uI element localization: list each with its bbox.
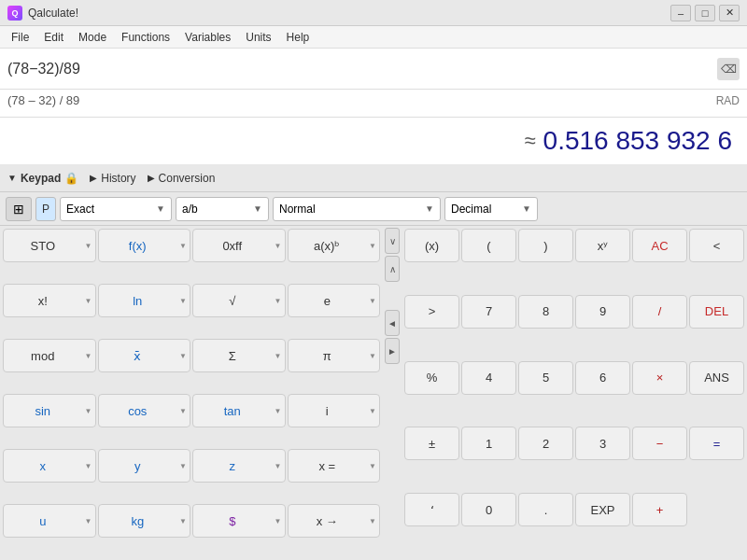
close-button[interactable]: ✕: [719, 5, 740, 21]
expression-text: (78 – 32) / 89: [7, 93, 79, 107]
conversion-tab-label: Conversion: [159, 172, 216, 185]
left-btn-10[interactable]: Σ▼: [192, 339, 286, 372]
right-btn-7[interactable]: 7: [461, 295, 516, 329]
menu-bar: FileEditModeFunctionsVariablesUnitsHelp: [0, 26, 747, 49]
right-btn-20[interactable]: 2: [518, 427, 573, 460]
tab-history[interactable]: ▶ History: [90, 172, 135, 185]
right-btn-19[interactable]: 1: [461, 427, 516, 460]
left-btn-8[interactable]: mod▼: [3, 339, 96, 372]
left-btn-15[interactable]: i▼: [288, 394, 381, 427]
menu-item-variables[interactable]: Variables: [177, 29, 238, 46]
menu-item-mode[interactable]: Mode: [71, 29, 114, 46]
decimal-label: Decimal: [451, 203, 491, 216]
left-btn-6[interactable]: √▼: [192, 284, 286, 317]
right-btn-22[interactable]: −: [632, 427, 687, 460]
expression-display: (78 – 32) / 89 RAD: [7, 93, 740, 107]
left-btn-20[interactable]: u▼: [3, 504, 96, 538]
right-btn-4[interactable]: AC: [632, 229, 687, 262]
left-btn-2[interactable]: 0xff▼: [192, 229, 286, 262]
clear-input-button[interactable]: ⌫: [717, 58, 740, 80]
title-bar: Q Qalculate! – □ ✕: [0, 0, 747, 26]
right-btn-6[interactable]: >: [404, 295, 459, 329]
right-btn-12[interactable]: %: [404, 361, 459, 395]
tab-conversion[interactable]: ▶ Conversion: [148, 172, 216, 185]
grid-icon: ⊞: [13, 202, 24, 217]
right-grid: (x)()xʸAC<>789/DEL%456×ANS±123−=ʻ0.EXP+: [402, 226, 747, 560]
decimal-dropdown[interactable]: Decimal ▼: [444, 197, 538, 221]
maximize-button[interactable]: □: [695, 5, 715, 21]
left-btn-23[interactable]: x →▼: [288, 504, 381, 538]
rad-label: RAD: [716, 94, 740, 107]
ab-dropdown[interactable]: a/b ▼: [176, 197, 269, 221]
right-btn-17[interactable]: ANS: [689, 361, 744, 395]
menu-item-file[interactable]: File: [4, 29, 36, 46]
right-btn-2[interactable]: ): [518, 229, 573, 262]
exact-label: Exact: [66, 203, 94, 216]
left-btn-17[interactable]: y▼: [98, 449, 191, 483]
menu-item-units[interactable]: Units: [238, 29, 278, 46]
menu-item-help[interactable]: Help: [279, 29, 317, 46]
dropdown-arrow: ▼: [275, 297, 282, 305]
dropdown-arrow: ▼: [85, 462, 92, 470]
left-btn-19[interactable]: x =▼: [288, 449, 381, 483]
left-btn-7[interactable]: e▼: [288, 284, 381, 317]
dropdown-arrow: ▼: [179, 352, 187, 360]
right-btn-24[interactable]: ʻ: [404, 493, 459, 526]
left-btn-12[interactable]: sin▼: [3, 394, 96, 427]
expression-input[interactable]: [7, 61, 717, 77]
history-tab-label: History: [101, 172, 135, 185]
right-btn-15[interactable]: 6: [575, 361, 630, 395]
menu-item-edit[interactable]: Edit: [36, 29, 71, 46]
left-btn-1[interactable]: f(x)▼: [98, 229, 191, 262]
right-btn-18[interactable]: ±: [404, 427, 459, 460]
left-btn-11[interactable]: π▼: [288, 339, 381, 372]
left-btn-16[interactable]: x▼: [3, 449, 96, 483]
right-btn-27[interactable]: EXP: [575, 493, 630, 526]
tab-keypad[interactable]: ▼ Keypad 🔒: [7, 172, 78, 185]
right-btn-14[interactable]: 5: [518, 361, 573, 395]
window-controls: – □ ✕: [670, 5, 740, 21]
left-keypad: STO▼f(x)▼0xff▼a(x)ᵇ▼x!▼ln▼√▼e▼mod▼x̄▼Σ▼π…: [0, 226, 383, 560]
right-btn-16[interactable]: ×: [632, 361, 687, 395]
right-btn-11[interactable]: DEL: [689, 295, 744, 329]
dropdown-arrow: ▼: [369, 352, 376, 360]
approx-sign: ≈: [525, 129, 536, 153]
exact-dropdown[interactable]: Exact ▼: [60, 197, 172, 221]
right-btn-23[interactable]: =: [689, 427, 744, 460]
nav-down-button[interactable]: ∧: [385, 256, 400, 282]
left-btn-14[interactable]: tan▼: [192, 394, 286, 427]
right-btn-9[interactable]: 9: [575, 295, 630, 329]
right-btn-28[interactable]: +: [632, 493, 687, 526]
left-btn-0[interactable]: STO▼: [3, 229, 96, 262]
right-btn-25[interactable]: 0: [461, 493, 516, 526]
left-btn-4[interactable]: x!▼: [3, 284, 96, 317]
left-btn-22[interactable]: $▼: [192, 504, 286, 538]
dropdown-arrow: ▼: [369, 407, 376, 415]
left-btn-13[interactable]: cos▼: [98, 394, 191, 427]
lock-icon: 🔒: [64, 172, 78, 185]
result-value: 0.516 853 932 6: [543, 126, 732, 156]
left-btn-21[interactable]: kg▼: [98, 504, 191, 538]
nav-up-button[interactable]: ∨: [385, 228, 400, 254]
nav-right-button[interactable]: ►: [385, 338, 400, 364]
right-btn-1[interactable]: (: [461, 229, 516, 262]
right-btn-8[interactable]: 8: [518, 295, 573, 329]
right-btn-3[interactable]: xʸ: [575, 229, 630, 262]
p-button[interactable]: P: [35, 197, 56, 221]
left-btn-5[interactable]: ln▼: [98, 284, 191, 317]
nav-left-button[interactable]: ◄: [385, 310, 400, 336]
left-btn-18[interactable]: z▼: [192, 449, 286, 483]
minimize-button[interactable]: –: [670, 5, 691, 21]
right-btn-10[interactable]: /: [632, 295, 687, 329]
grid-button[interactable]: ⊞: [6, 197, 32, 221]
keypad-tab-arrow: ▼: [7, 173, 17, 183]
right-btn-13[interactable]: 4: [461, 361, 516, 395]
right-btn-21[interactable]: 3: [575, 427, 630, 460]
left-btn-9[interactable]: x̄▼: [98, 339, 191, 372]
normal-dropdown[interactable]: Normal ▼: [273, 197, 441, 221]
menu-item-functions[interactable]: Functions: [114, 29, 177, 46]
right-btn-0[interactable]: (x): [404, 229, 459, 262]
right-btn-26[interactable]: .: [518, 493, 573, 526]
right-btn-5[interactable]: <: [689, 229, 744, 262]
left-btn-3[interactable]: a(x)ᵇ▼: [288, 229, 381, 262]
